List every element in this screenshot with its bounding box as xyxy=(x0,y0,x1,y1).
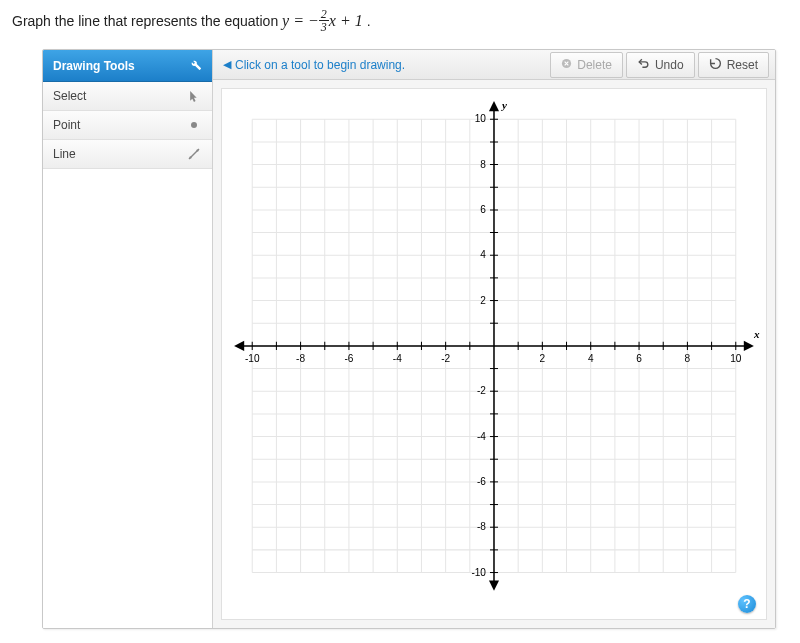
svg-text:2: 2 xyxy=(480,295,486,306)
main-panel: ◀ Click on a tool to begin drawing. Dele… xyxy=(213,50,775,628)
svg-text:6: 6 xyxy=(480,204,486,215)
graph-canvas[interactable]: -10-8-6-4-2246810-10-8-6-4-2246810xy ? xyxy=(221,88,767,620)
cursor-icon xyxy=(186,88,202,104)
sidebar-title: Drawing Tools xyxy=(53,59,135,73)
sidebar: Drawing Tools Select Point Line xyxy=(43,50,213,628)
svg-text:2: 2 xyxy=(540,353,546,364)
line-icon xyxy=(186,146,202,162)
svg-text:-8: -8 xyxy=(296,353,305,364)
hint-arrow-icon: ◀ xyxy=(223,58,231,71)
question-prompt: Graph the line that represents the equat… xyxy=(0,0,800,43)
wrench-icon xyxy=(188,57,202,74)
svg-text:4: 4 xyxy=(588,353,594,364)
toolbar-buttons: Delete Undo Reset xyxy=(547,52,769,78)
svg-marker-50 xyxy=(234,341,244,351)
svg-marker-51 xyxy=(489,101,499,111)
svg-text:-10: -10 xyxy=(471,567,486,578)
svg-text:-6: -6 xyxy=(477,476,486,487)
svg-text:6: 6 xyxy=(636,353,642,364)
prompt-text: Graph the line that represents the equat… xyxy=(12,13,282,29)
delete-icon xyxy=(561,58,572,72)
reset-icon xyxy=(709,57,722,73)
reset-button[interactable]: Reset xyxy=(698,52,769,78)
svg-text:8: 8 xyxy=(480,159,486,170)
delete-button[interactable]: Delete xyxy=(550,52,623,78)
svg-marker-52 xyxy=(489,581,499,591)
svg-text:-2: -2 xyxy=(477,385,486,396)
graphing-widget: Drawing Tools Select Point Line xyxy=(42,49,776,629)
tool-label: Point xyxy=(53,118,80,132)
undo-button[interactable]: Undo xyxy=(626,52,695,78)
svg-text:y: y xyxy=(500,99,507,111)
svg-text:8: 8 xyxy=(685,353,691,364)
svg-text:-6: -6 xyxy=(344,353,353,364)
svg-text:10: 10 xyxy=(475,113,487,124)
sidebar-header: Drawing Tools xyxy=(43,50,212,82)
svg-text:4: 4 xyxy=(480,249,486,260)
tool-select[interactable]: Select xyxy=(43,82,212,111)
toolbar-hint: ◀ Click on a tool to begin drawing. xyxy=(219,58,543,72)
svg-point-0 xyxy=(191,122,197,128)
equation: y = −23x + 1 xyxy=(282,12,367,29)
svg-text:10: 10 xyxy=(730,353,742,364)
svg-text:-10: -10 xyxy=(245,353,260,364)
svg-text:-4: -4 xyxy=(393,353,402,364)
tool-label: Select xyxy=(53,89,86,103)
point-icon xyxy=(186,117,202,133)
coordinate-grid: -10-8-6-4-2246810-10-8-6-4-2246810xy xyxy=(222,89,766,603)
help-button[interactable]: ? xyxy=(738,595,756,613)
svg-text:-8: -8 xyxy=(477,521,486,532)
tool-line[interactable]: Line xyxy=(43,140,212,169)
svg-text:x: x xyxy=(753,328,760,340)
svg-marker-49 xyxy=(744,341,754,351)
toolbar: ◀ Click on a tool to begin drawing. Dele… xyxy=(213,50,775,80)
tool-label: Line xyxy=(53,147,76,161)
undo-icon xyxy=(637,57,650,73)
svg-text:-2: -2 xyxy=(441,353,450,364)
tool-point[interactable]: Point xyxy=(43,111,212,140)
svg-text:-4: -4 xyxy=(477,431,486,442)
